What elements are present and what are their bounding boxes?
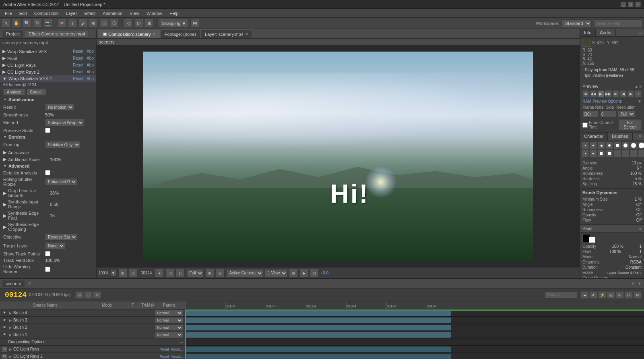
tool-magnet[interactable]: ⋈	[190, 19, 199, 28]
zoom-btn[interactable]: ▼	[110, 270, 117, 276]
preview-expand[interactable]: ▲	[634, 84, 638, 89]
expand-cclight1[interactable]: ▶	[9, 347, 12, 351]
view-select[interactable]: 1 View	[265, 269, 287, 277]
brush-cell-8[interactable]	[638, 142, 644, 149]
tl-btn-1[interactable]: ⊞	[75, 291, 83, 299]
tl-live-update[interactable]: ⟳	[589, 291, 597, 299]
eye-icon-brush3[interactable]: 👁	[2, 317, 7, 323]
skip-input[interactable]	[600, 110, 616, 118]
from-current-checkbox[interactable]	[582, 122, 588, 128]
quality-select[interactable]: Full	[186, 269, 204, 277]
layer-cclight2[interactable]: FX ▶ CC Light Rays 2 Reset About...	[0, 353, 185, 359]
target-layer-select[interactable]: None	[45, 242, 65, 249]
effect-reset-warp2[interactable]: Reset	[73, 77, 83, 81]
preview-last[interactable]: ⏭	[613, 90, 619, 98]
brush-cell-15[interactable]	[630, 150, 637, 157]
menu-edit[interactable]: Edit	[16, 10, 30, 17]
tool-hand[interactable]: ✋	[12, 19, 21, 28]
preview-next[interactable]: ▶▶	[605, 90, 612, 98]
effect-abo-cclight2[interactable]: Abo	[87, 70, 94, 74]
stabilization-section[interactable]: ▼ Stabilization	[0, 96, 96, 103]
tool-rotate[interactable]: ↻	[33, 19, 42, 28]
layer-cclight1[interactable]: FX ▶ CC Light Rays Reset About...	[0, 346, 185, 353]
effect-abo-paint[interactable]: Abo	[87, 56, 94, 60]
preview-audio[interactable]: ♪	[635, 90, 642, 98]
menu-file[interactable]: File	[2, 10, 15, 17]
hide-warning-checkbox[interactable]	[45, 267, 50, 272]
effect-reset-cclight2[interactable]: Reset	[73, 70, 83, 74]
tl-btn-2[interactable]: ⊟	[84, 291, 92, 299]
brush-cell-5[interactable]	[614, 142, 621, 149]
minimize-button[interactable]: _	[621, 2, 626, 7]
advanced-section[interactable]: ▼ Advanced	[0, 163, 96, 169]
window-controls[interactable]: _ □ ×	[621, 2, 641, 7]
tool-frame[interactable]: ⊞	[145, 19, 154, 28]
tool-eraser[interactable]: ◻	[99, 19, 108, 28]
layer-brush3[interactable]: 👁 ▶ Brush 3 Normal	[0, 317, 185, 324]
brush-cell-11[interactable]	[598, 150, 605, 157]
snapping-button[interactable]: Snapping ▼	[159, 19, 189, 28]
ram-preview-label[interactable]: RAM Preview Options	[582, 99, 622, 104]
brush-cell-6[interactable]	[622, 142, 629, 149]
resolution-select[interactable]: Full	[618, 110, 635, 118]
tl-frame-blending[interactable]: ⊡	[625, 291, 633, 299]
brush-cell-10[interactable]	[590, 150, 597, 157]
snap-btn[interactable]: ⊡	[129, 269, 138, 278]
analyze-button[interactable]: Analyze	[3, 89, 25, 95]
fit-view-btn[interactable]: ⊞	[118, 269, 127, 278]
grid-btn[interactable]: ⊟	[216, 269, 225, 278]
tl-hide-shy[interactable]: ◎	[607, 291, 615, 299]
paint-bg-color[interactable]	[589, 237, 595, 243]
method-select[interactable]: Subspace Warp	[45, 119, 84, 126]
effect-cc-light-rays2[interactable]: ▶ CC Light Rays 2 Reset Abo	[0, 68, 96, 75]
character-tab[interactable]: Character	[580, 133, 608, 140]
effect-warp2[interactable]: ▼ Warp Stabilizer VFX 2 Reset Abo	[0, 75, 96, 82]
close-button[interactable]: ×	[635, 2, 641, 7]
effect-abo-warp1[interactable]: Abo	[87, 49, 94, 54]
menu-composition[interactable]: Composition	[31, 10, 62, 17]
layer-about-cclight1[interactable]: About...	[171, 347, 183, 351]
menu-window[interactable]: Window	[143, 10, 165, 17]
layer-reset-cclight1[interactable]: Reset	[159, 347, 169, 351]
preview-step-back[interactable]: ◀	[620, 90, 627, 98]
tool-next[interactable]: ▷	[134, 19, 143, 28]
brush-cell-13[interactable]	[614, 150, 621, 157]
full-screen-button[interactable]: Full Screen	[619, 119, 642, 131]
camera-select[interactable]: Active Camera	[226, 269, 263, 277]
preserve-scale-checkbox[interactable]	[45, 128, 50, 133]
comp-tab[interactable]: ▣ Composition: scenery ✕	[98, 29, 160, 38]
comp-tab-close[interactable]: ✕	[153, 32, 156, 36]
brush-cell-2[interactable]	[590, 142, 597, 149]
brush-cell-14[interactable]	[622, 150, 629, 157]
region-btn[interactable]: ⊞	[289, 269, 298, 278]
layer-mode-brush2[interactable]: Normal	[155, 324, 183, 331]
char-panel-menu[interactable]: ≡	[637, 133, 644, 140]
objective-select[interactable]: Reverse Stabilizati	[45, 233, 77, 241]
brush-cell-3[interactable]	[598, 142, 605, 149]
tool-clone[interactable]: ⊕	[89, 19, 98, 28]
menu-effect[interactable]: Effect	[81, 10, 99, 17]
maximize-button[interactable]: □	[628, 2, 634, 7]
rolling-shutter-select[interactable]: Enhanced Reductio	[45, 178, 77, 185]
effect-reset-warp1[interactable]: Reset	[73, 49, 83, 54]
show-track-checkbox[interactable]	[45, 251, 50, 256]
next-frame-btn[interactable]: ▷	[176, 269, 185, 278]
expand-brush4[interactable]: ▶	[9, 311, 12, 315]
timeline-search[interactable]	[545, 291, 577, 299]
brush-cell-7[interactable]	[630, 142, 637, 149]
playhead[interactable]	[185, 309, 186, 359]
preview-prev[interactable]: ◀◀	[590, 90, 597, 98]
result-select[interactable]: No Motion	[45, 104, 74, 111]
info-panel-menu[interactable]: ≡	[637, 29, 644, 36]
timeline-tab-close[interactable]: ✕	[28, 281, 31, 286]
footage-tab[interactable]: Footage: (none)	[160, 29, 200, 38]
audio-tab[interactable]: Audio	[596, 29, 615, 36]
brush-cell-16[interactable]	[638, 150, 644, 157]
transparency-btn[interactable]: ⊞	[205, 269, 214, 278]
tool-roto[interactable]: ⬡	[110, 19, 119, 28]
record-btn[interactable]: ●	[155, 269, 164, 278]
layer-brush2[interactable]: 👁 ▶ Brush 2 Normal	[0, 324, 185, 331]
tool-zoom[interactable]: 🔍	[23, 19, 31, 28]
project-tab[interactable]: Project	[2, 30, 23, 37]
ram-preview-menu[interactable]: ▼	[638, 99, 642, 104]
